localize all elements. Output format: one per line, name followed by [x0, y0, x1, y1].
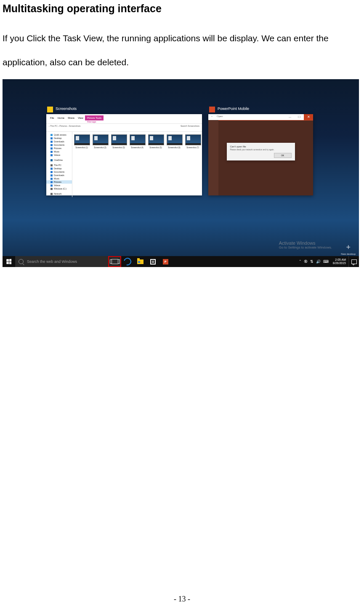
- nav-pc-desktop[interactable]: Desktop: [46, 167, 72, 170]
- nav-pc-downloads[interactable]: Downloads: [46, 174, 72, 177]
- clock-date: 8/26/2015: [333, 262, 346, 265]
- clock-time: 2:05 AM: [333, 258, 346, 262]
- network-icon[interactable]: ⇅: [310, 259, 314, 264]
- powerpoint-icon: [209, 107, 215, 112]
- notification-icon: [351, 259, 357, 264]
- file-thumb[interactable]: Screenshot (5): [148, 134, 163, 195]
- nav-pictures[interactable]: Pictures: [46, 147, 72, 150]
- file-thumb[interactable]: Screenshot (7): [185, 134, 200, 195]
- section-heading: Multitasking operating interface: [3, 3, 364, 15]
- nav-downloads[interactable]: Downloads: [46, 140, 72, 143]
- taskbar-search[interactable]: Search the web and Windows: [15, 256, 108, 267]
- ribbon-manage[interactable]: Manage: [85, 119, 98, 124]
- nav-pc-videos[interactable]: Videos: [46, 184, 72, 187]
- section-body: If you Click the Task View, the running …: [3, 27, 364, 74]
- file-thumb[interactable]: Screenshot (6): [167, 134, 182, 195]
- dialog-title: Can't open file: [230, 145, 292, 148]
- breadcrumb[interactable]: › This PC › Pictures › Screenshots: [49, 125, 81, 131]
- taskbar-edge[interactable]: [121, 256, 134, 267]
- nav-music[interactable]: Music: [46, 150, 72, 153]
- explorer-nav-pane: Quick access Desktop Downloads Documents…: [46, 132, 72, 197]
- nav-quick-access[interactable]: Quick access: [46, 133, 72, 136]
- nav-documents[interactable]: Documents: [46, 143, 72, 147]
- nav-pc-pictures[interactable]: Pictures: [46, 180, 72, 184]
- task-view-screenshot: Screenshots File Home Share View Picture…: [3, 79, 359, 267]
- start-button[interactable]: [3, 256, 15, 267]
- dialog-ok-button[interactable]: OK: [274, 153, 292, 158]
- taskview-app-explorer[interactable]: Screenshots File Home Share View Picture…: [46, 114, 202, 195]
- nav-onedrive[interactable]: OneDrive: [46, 158, 72, 162]
- ppt-open-label: Open: [217, 115, 223, 118]
- file-thumb[interactable]: Screenshot (4): [130, 134, 145, 195]
- nav-this-pc[interactable]: This PC: [46, 163, 72, 167]
- keyboard-icon[interactable]: ⌨: [323, 259, 329, 264]
- taskbar-file-explorer[interactable]: [134, 256, 146, 267]
- edge-icon: [122, 257, 133, 267]
- maximize-button[interactable]: ☐: [295, 114, 304, 120]
- ribbon-home[interactable]: Home: [56, 115, 66, 120]
- ribbon-view[interactable]: View: [76, 115, 85, 120]
- taskbar-clock[interactable]: 2:05 AM 8/26/2015: [330, 256, 348, 267]
- store-icon: [150, 259, 156, 265]
- ribbon-file[interactable]: File: [48, 115, 56, 120]
- taskview-app-title: PowerPoint Mobile: [218, 107, 249, 111]
- minimize-button[interactable]: —: [285, 114, 295, 120]
- windows-logo-icon: [6, 259, 11, 264]
- file-thumb[interactable]: Screenshot (3): [111, 134, 126, 195]
- task-view-icon: [112, 259, 118, 264]
- explorer-content: Screenshot (1) Screenshot (2) Screenshot…: [72, 132, 202, 197]
- new-desktop-button[interactable]: + New desktop: [341, 243, 356, 255]
- file-thumb[interactable]: Screenshot (2): [93, 134, 108, 195]
- search-icon: [19, 259, 24, 264]
- taskbar-store[interactable]: [146, 256, 159, 267]
- file-thumb[interactable]: Screenshot (1): [74, 134, 89, 195]
- action-center-button[interactable]: [348, 256, 359, 267]
- nav-videos[interactable]: Videos: [46, 153, 72, 157]
- taskview-app-title: Screenshots: [56, 107, 77, 111]
- tray-chevron-icon[interactable]: ˄: [299, 259, 301, 264]
- error-dialog: Can't open file Please check your networ…: [227, 143, 295, 160]
- dialog-message: Please check your network connection and…: [230, 149, 292, 151]
- task-view-button[interactable]: [108, 256, 121, 267]
- taskview-app-powerpoint[interactable]: PowerPoint Mobile ← Open — ☐ ✕ Can't ope…: [208, 114, 313, 195]
- location-icon[interactable]: ⦿: [304, 259, 308, 264]
- close-button[interactable]: ✕: [304, 114, 313, 120]
- powerpoint-icon: P: [163, 259, 168, 265]
- file-explorer-icon: [137, 259, 143, 264]
- plus-icon: +: [341, 243, 356, 251]
- folder-icon: [47, 107, 53, 112]
- activate-windows-watermark: Activate Windows Go to Settings to activ…: [279, 241, 332, 249]
- page-number: - 13 -: [0, 595, 364, 604]
- taskbar-powerpoint[interactable]: P: [159, 256, 172, 267]
- nav-pc-windows[interactable]: Windows (C:): [46, 187, 72, 190]
- taskbar: Search the web and Windows P ˄ ⦿ ⇅: [3, 256, 359, 267]
- nav-pc-documents[interactable]: Documents: [46, 170, 72, 174]
- search-placeholder: Search the web and Windows: [27, 259, 77, 264]
- nav-pc-music[interactable]: Music: [46, 177, 72, 180]
- ribbon-share[interactable]: Share: [66, 115, 77, 120]
- nav-network[interactable]: Network: [46, 192, 72, 195]
- nav-desktop[interactable]: Desktop: [46, 136, 72, 140]
- explorer-search[interactable]: Search Screenshots: [181, 125, 199, 131]
- ppt-sidebar: [208, 120, 218, 195]
- system-tray[interactable]: ˄ ⦿ ⇅ 🔊 ⌨: [298, 256, 330, 267]
- volume-icon[interactable]: 🔊: [316, 259, 321, 264]
